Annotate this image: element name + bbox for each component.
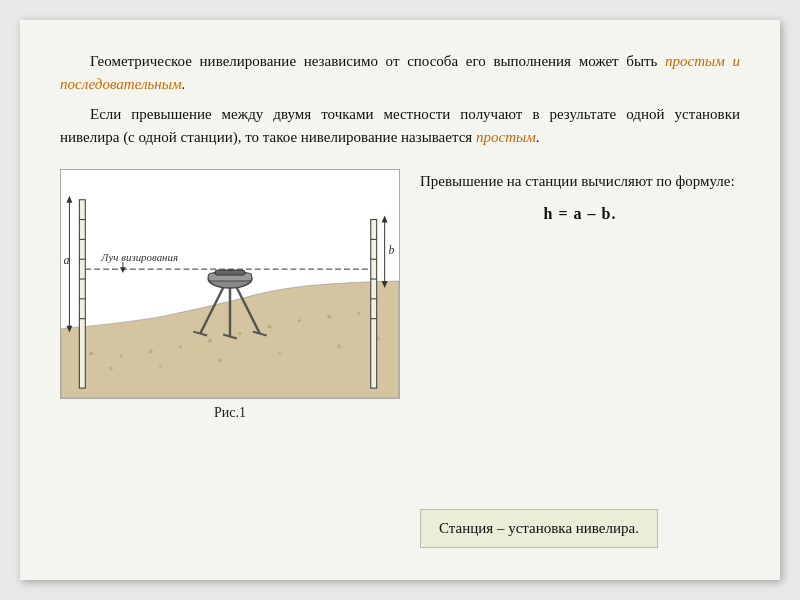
svg-rect-17 — [79, 200, 85, 388]
svg-point-7 — [268, 325, 272, 329]
formula-block: Превышение на станции вычисляют по форму… — [420, 169, 740, 227]
svg-point-5 — [208, 339, 212, 343]
svg-point-4 — [179, 345, 182, 348]
svg-point-3 — [149, 349, 153, 353]
svg-text:a: a — [63, 253, 69, 267]
svg-point-15 — [337, 344, 341, 348]
diagram-container: Луч визирования a b — [60, 169, 400, 399]
paragraph2-end: . — [536, 129, 540, 145]
formula-text: Превышение на станции вычисляют по форму… — [420, 173, 735, 189]
svg-text:Луч визирования: Луч визирования — [100, 251, 178, 263]
svg-text:b: b — [389, 243, 395, 257]
svg-rect-38 — [215, 270, 245, 275]
svg-point-11 — [109, 366, 113, 370]
paragraph2-start: Если превышение между двумя точками мест… — [60, 106, 740, 145]
station-box: Станция – установка нивелира. — [420, 509, 658, 548]
intro-text-block: Геометрическое нивелирование независимо … — [60, 50, 740, 155]
slide: Геометрическое нивелирование независимо … — [20, 20, 780, 580]
paragraph2-highlight: простым — [476, 129, 536, 145]
paragraph1-normal: Геометрическое нивелирование независимо … — [90, 53, 665, 69]
svg-point-9 — [327, 315, 331, 319]
svg-rect-24 — [371, 220, 377, 389]
diagram-svg: Луч визирования a b — [61, 170, 399, 398]
paragraph1-end: . — [182, 76, 186, 92]
left-column: Луч визирования a b — [60, 169, 400, 556]
svg-point-16 — [377, 337, 380, 340]
svg-point-14 — [278, 352, 281, 355]
content-area: Луч визирования a b — [60, 169, 740, 556]
svg-point-1 — [89, 351, 93, 355]
svg-point-10 — [357, 312, 360, 315]
station-text: Станция – установка нивелира. — [439, 520, 639, 536]
fig-label: Рис.1 — [214, 405, 246, 421]
right-column: Превышение на станции вычисляют по форму… — [420, 169, 740, 556]
svg-point-2 — [119, 355, 122, 358]
paragraph1: Геометрическое нивелирование независимо … — [60, 50, 740, 97]
svg-point-6 — [238, 332, 241, 335]
svg-point-8 — [298, 319, 301, 322]
svg-point-13 — [218, 358, 222, 362]
svg-point-12 — [159, 365, 162, 368]
paragraph2: Если превышение между двумя точками мест… — [60, 103, 740, 150]
formula-display: h = a – b. — [420, 201, 740, 227]
